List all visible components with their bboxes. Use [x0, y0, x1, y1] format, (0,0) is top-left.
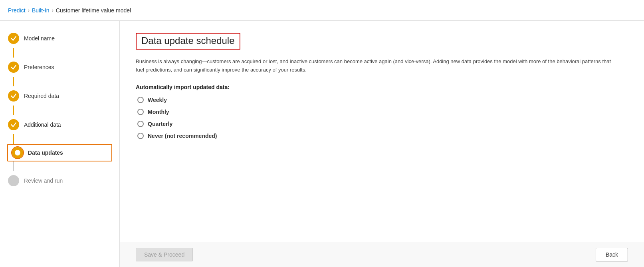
- back-button[interactable]: Back: [596, 248, 628, 261]
- radio-circle-weekly: [137, 97, 144, 103]
- connector-4: [13, 134, 14, 144]
- step-label-model-name: Model name: [24, 35, 55, 42]
- radio-item-quarterly[interactable]: Quarterly: [137, 121, 628, 127]
- step-icon-additional-data: [8, 119, 19, 130]
- connector-5: [13, 161, 14, 171]
- connector-3: [13, 106, 14, 115]
- radio-circle-monthly: [137, 109, 144, 115]
- radio-circle-quarterly: [137, 121, 144, 127]
- section-title: Data update schedule: [141, 35, 235, 46]
- save-proceed-button[interactable]: Save & Proceed: [136, 248, 193, 261]
- step-icon-preferences: [8, 62, 19, 73]
- step-label-data-updates: Data updates: [28, 149, 63, 156]
- radio-label-quarterly: Quarterly: [148, 121, 172, 127]
- content-body: Data update schedule Business is always …: [120, 21, 644, 242]
- section-title-box: Data update schedule: [136, 33, 240, 50]
- description-text: Business is always changing—customers ar…: [136, 58, 615, 74]
- step-icon-model-name: [8, 33, 19, 44]
- step-label-required-data: Required data: [24, 93, 59, 99]
- radio-label-weekly: Weekly: [148, 97, 167, 103]
- radio-label-monthly: Monthly: [148, 109, 169, 115]
- sidebar-item-required-data[interactable]: Required data: [8, 86, 111, 106]
- sidebar-steps: Model name Preferences Required data: [0, 29, 119, 190]
- step-label-additional-data: Additional data: [24, 122, 61, 128]
- breadcrumb-builtin[interactable]: Built-In: [32, 7, 50, 14]
- step-icon-data-updates: [12, 147, 23, 158]
- step-icon-required-data: [8, 90, 19, 102]
- step-label-review-and-run: Review and run: [24, 177, 63, 184]
- radio-label-never: Never (not recommended): [148, 133, 217, 139]
- radio-circle-never: [137, 133, 144, 139]
- radio-group: Weekly Monthly Quarterly Never (not reco…: [137, 97, 628, 139]
- sidebar-item-additional-data[interactable]: Additional data: [8, 115, 111, 134]
- content-footer: Save & Proceed Back: [120, 242, 644, 267]
- breadcrumb-predict[interactable]: Predict: [8, 7, 26, 14]
- breadcrumb-model: Customer lifetime value model: [56, 7, 131, 14]
- main-layout: Model name Preferences Required data: [0, 21, 644, 267]
- sidebar-item-preferences[interactable]: Preferences: [8, 58, 111, 77]
- breadcrumb-bar: Predict › Built-In › Customer lifetime v…: [0, 0, 644, 21]
- radio-item-weekly[interactable]: Weekly: [137, 97, 628, 103]
- radio-item-monthly[interactable]: Monthly: [137, 109, 628, 115]
- import-label: Automatically import updated data:: [136, 84, 628, 90]
- sidebar-item-review-and-run[interactable]: Review and run: [8, 171, 111, 190]
- breadcrumb-sep-1: ›: [28, 7, 30, 13]
- connector-2: [13, 77, 14, 86]
- content-area: Data update schedule Business is always …: [120, 21, 644, 267]
- radio-item-never[interactable]: Never (not recommended): [137, 133, 628, 139]
- step-label-preferences: Preferences: [24, 64, 54, 70]
- step-icon-review-and-run: [8, 175, 19, 186]
- sidebar-item-model-name[interactable]: Model name: [8, 29, 111, 48]
- sidebar-item-data-updates[interactable]: Data updates: [7, 144, 112, 161]
- breadcrumb-sep-2: ›: [52, 7, 54, 13]
- connector-1: [13, 48, 14, 58]
- active-dot: [15, 150, 20, 155]
- sidebar: Model name Preferences Required data: [0, 21, 120, 267]
